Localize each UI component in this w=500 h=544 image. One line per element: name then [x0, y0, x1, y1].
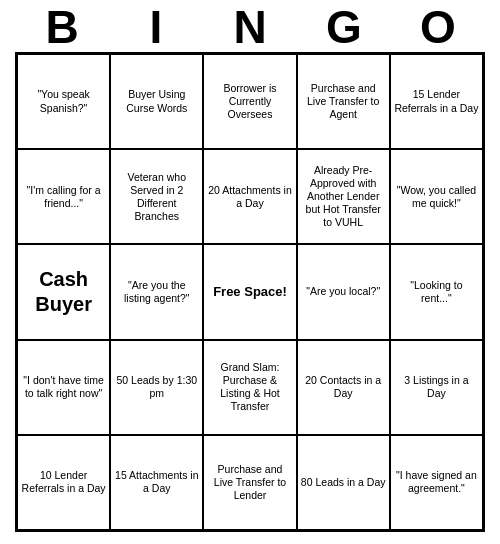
- bingo-cell-10[interactable]: Cash Buyer: [17, 244, 110, 339]
- bingo-cell-23[interactable]: 80 Leads in a Day: [297, 435, 390, 530]
- bingo-cell-3[interactable]: Purchase and Live Transfer to Agent: [297, 54, 390, 149]
- bingo-letter-b: B: [18, 4, 106, 50]
- bingo-cell-17[interactable]: Grand Slam: Purchase & Listing & Hot Tra…: [203, 340, 296, 435]
- bingo-cell-0[interactable]: "You speak Spanish?": [17, 54, 110, 149]
- bingo-cell-2[interactable]: Borrower is Currently Oversees: [203, 54, 296, 149]
- bingo-cell-11[interactable]: "Are you the listing agent?": [110, 244, 203, 339]
- bingo-letter-o: O: [394, 4, 482, 50]
- bingo-cell-7[interactable]: 20 Attachments in a Day: [203, 149, 296, 244]
- bingo-cell-4[interactable]: 15 Lender Referrals in a Day: [390, 54, 483, 149]
- bingo-cell-6[interactable]: Veteran who Served in 2 Different Branch…: [110, 149, 203, 244]
- bingo-cell-8[interactable]: Already Pre-Approved with Another Lender…: [297, 149, 390, 244]
- bingo-letter-i: I: [112, 4, 200, 50]
- bingo-cell-21[interactable]: 15 Attachments in a Day: [110, 435, 203, 530]
- bingo-cell-13[interactable]: "Are you local?": [297, 244, 390, 339]
- bingo-cell-12[interactable]: Free Space!: [203, 244, 296, 339]
- bingo-cell-14[interactable]: "Looking to rent...": [390, 244, 483, 339]
- bingo-cell-20[interactable]: 10 Lender Referrals in a Day: [17, 435, 110, 530]
- bingo-cell-1[interactable]: Buyer Using Curse Words: [110, 54, 203, 149]
- bingo-cell-22[interactable]: Purchase and Live Transfer to Lender: [203, 435, 296, 530]
- bingo-cell-19[interactable]: 3 Listings in a Day: [390, 340, 483, 435]
- bingo-title: BINGO: [15, 0, 485, 52]
- bingo-letter-g: G: [300, 4, 388, 50]
- bingo-grid: "You speak Spanish?"Buyer Using Curse Wo…: [15, 52, 485, 532]
- bingo-cell-5[interactable]: "I'm calling for a friend...": [17, 149, 110, 244]
- bingo-letter-n: N: [206, 4, 294, 50]
- bingo-cell-18[interactable]: 20 Contacts in a Day: [297, 340, 390, 435]
- bingo-cell-15[interactable]: "I don't have time to talk right now": [17, 340, 110, 435]
- bingo-cell-24[interactable]: "I have signed an agreement.": [390, 435, 483, 530]
- bingo-cell-16[interactable]: 50 Leads by 1:30 pm: [110, 340, 203, 435]
- bingo-cell-9[interactable]: "Wow, you called me quick!": [390, 149, 483, 244]
